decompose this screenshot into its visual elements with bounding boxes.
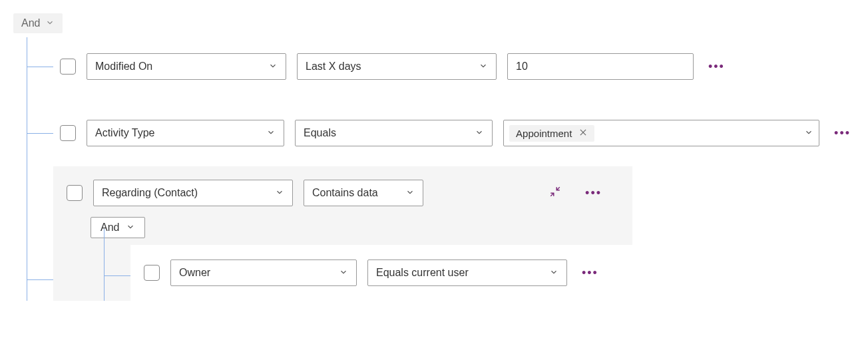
- chevron-down-icon: [266, 128, 276, 139]
- field-select[interactable]: Activity Type: [87, 120, 284, 146]
- tree-line-horizontal: [27, 133, 53, 134]
- related-entity-select[interactable]: Regarding (Contact): [93, 180, 293, 206]
- value-text: 10: [516, 61, 528, 73]
- nested-group: Regarding (Contact) Contains data: [53, 166, 632, 301]
- field-select[interactable]: Owner: [170, 259, 357, 286]
- chevron-down-icon: [339, 267, 348, 279]
- tree-line-horizontal: [27, 279, 53, 280]
- value-multiselect[interactable]: Appointment: [503, 120, 819, 146]
- condition-row: Activity Type Equals Appointment: [60, 100, 855, 166]
- chevron-down-icon: [126, 222, 135, 234]
- tag-label: Appointment: [516, 128, 572, 139]
- chevron-down-icon: [275, 188, 284, 199]
- operator-select[interactable]: Last X days: [297, 53, 497, 80]
- field-select[interactable]: Modified On: [87, 53, 286, 80]
- root-operator-dropdown[interactable]: And: [13, 13, 63, 33]
- nested-actions: •••: [549, 186, 619, 200]
- row-checkbox[interactable]: [60, 125, 76, 141]
- operator-select[interactable]: Equals current user: [367, 259, 567, 286]
- row-menu-button[interactable]: •••: [578, 266, 602, 280]
- value-input[interactable]: 10: [507, 53, 694, 80]
- row-checkbox[interactable]: [144, 265, 160, 281]
- condition-row: Modified On Last X days 10 •••: [60, 33, 855, 100]
- row-checkbox[interactable]: [67, 185, 83, 201]
- tree-line-vertical: [104, 229, 105, 301]
- chevron-down-icon: [804, 128, 813, 139]
- operator-label: Equals: [304, 127, 336, 139]
- remove-tag-icon[interactable]: [578, 128, 588, 139]
- collapse-icon[interactable]: [549, 186, 561, 200]
- value-tag: Appointment: [509, 125, 594, 142]
- root-operator-label: And: [21, 17, 40, 29]
- chevron-down-icon: [475, 128, 484, 139]
- related-operator-select[interactable]: Contains data: [304, 180, 423, 206]
- related-operator-label: Contains data: [312, 187, 378, 199]
- nested-header: Regarding (Contact) Contains data: [53, 166, 632, 213]
- chevron-down-icon: [45, 18, 55, 29]
- tree-line-horizontal: [104, 275, 130, 276]
- row-menu-button[interactable]: •••: [581, 186, 606, 200]
- field-label: Owner: [179, 267, 210, 279]
- chevron-down-icon: [405, 188, 415, 199]
- nested-operator-dropdown[interactable]: And: [91, 217, 145, 238]
- operator-label: Equals current user: [376, 267, 469, 279]
- chevron-down-icon: [549, 267, 558, 279]
- field-label: Modified On: [95, 61, 152, 73]
- row-checkbox[interactable]: [60, 59, 76, 75]
- row-menu-button[interactable]: •••: [704, 60, 729, 74]
- tree-line-horizontal: [27, 67, 53, 67]
- chevron-down-icon: [268, 61, 278, 73]
- chevron-down-icon: [479, 61, 488, 73]
- condition-row: Owner Equals current user •••: [130, 245, 632, 301]
- operator-label: Last X days: [306, 61, 361, 73]
- operator-select[interactable]: Equals: [295, 120, 493, 146]
- row-menu-button[interactable]: •••: [830, 126, 855, 140]
- related-entity-label: Regarding (Contact): [102, 187, 198, 199]
- field-label: Activity Type: [95, 127, 155, 139]
